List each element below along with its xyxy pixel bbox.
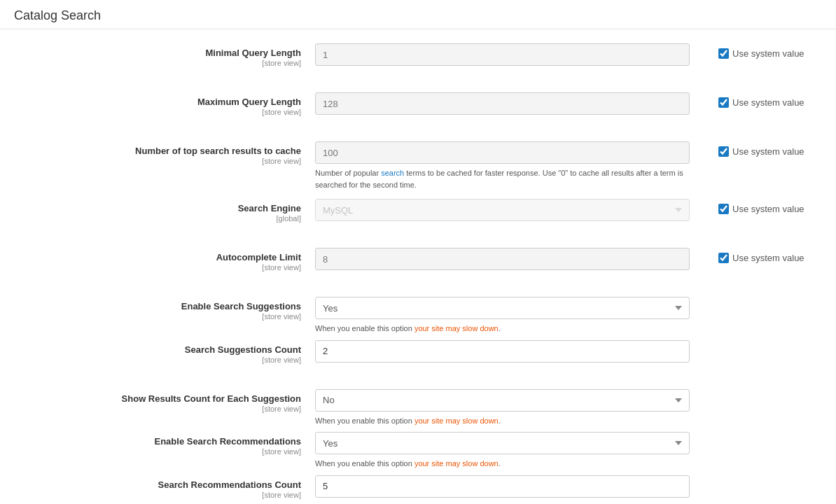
row-top-results-cache: Number of top search results to cache [s… <box>14 141 822 190</box>
use-system-value-minimal: Use system value <box>710 43 822 59</box>
row-search-recommendations-count: Search Recommendations Count [store view… <box>14 475 822 505</box>
use-system-value-top-results: Use system value <box>710 141 822 157</box>
row-enable-search-suggestions: Enable Search Suggestions [store view] Y… <box>14 297 822 335</box>
label-enable-search-suggestions: Enable Search Suggestions [store view] <box>14 297 315 321</box>
label-autocomplete-limit: Autocomplete Limit [store view] <box>14 248 315 272</box>
note-enable-search-recommendations: When you enable this option your site ma… <box>315 458 690 470</box>
no-system-value-suggestions-count <box>710 340 822 344</box>
field-enable-search-recommendations: Yes No When you enable this option your … <box>315 432 710 470</box>
use-system-value-autocomplete-label[interactable]: Use system value <box>732 253 804 263</box>
use-system-value-autocomplete-checkbox[interactable] <box>718 253 729 263</box>
top-results-cache-input[interactable] <box>315 141 690 164</box>
use-system-value-search-engine: Use system value <box>710 199 822 214</box>
use-system-value-top-results-checkbox[interactable] <box>718 146 729 157</box>
field-search-suggestions-count <box>315 340 710 363</box>
maximum-query-length-input[interactable] <box>315 92 690 115</box>
field-top-results-cache: Number of popular search terms to be cac… <box>315 141 710 190</box>
no-system-value-recommendations-count <box>710 475 822 479</box>
search-engine-select[interactable]: MySQL <box>315 199 690 221</box>
show-results-count-suggestion-select[interactable]: No Yes <box>315 389 690 412</box>
no-system-value-suggestions <box>710 297 822 301</box>
label-search-engine: Search Engine [global] <box>14 199 315 223</box>
row-search-suggestions-count: Search Suggestions Count [store view] <box>14 340 822 377</box>
minimal-query-length-input[interactable] <box>315 43 690 66</box>
page-header: Catalog Search <box>0 0 836 29</box>
label-search-recommendations-count: Search Recommendations Count [store view… <box>14 475 315 499</box>
row-enable-search-recommendations: Enable Search Recommendations [store vie… <box>14 432 822 470</box>
label-top-results-cache: Number of top search results to cache [s… <box>14 141 315 165</box>
label-show-results-count-suggestion: Show Results Count for Each Suggestion [… <box>14 389 315 413</box>
use-system-value-maximum-checkbox[interactable] <box>718 97 729 108</box>
no-system-value-recommendations <box>710 432 822 436</box>
use-system-value-autocomplete: Use system value <box>710 248 822 263</box>
enable-search-recommendations-select[interactable]: Yes No <box>315 432 690 454</box>
row-show-results-count-suggestion: Show Results Count for Each Suggestion [… <box>14 389 822 427</box>
field-show-results-count-suggestion: No Yes When you enable this option your … <box>315 389 710 427</box>
field-minimal-query-length <box>315 43 710 66</box>
use-system-value-minimal-checkbox[interactable] <box>718 48 729 59</box>
use-system-value-minimal-label[interactable]: Use system value <box>732 48 804 59</box>
note-show-results-count-suggestion: When you enable this option your site ma… <box>315 415 690 427</box>
row-minimal-query-length: Minimal Query Length [store view] Use sy… <box>14 43 822 80</box>
use-system-value-search-engine-label[interactable]: Use system value <box>732 204 804 214</box>
field-enable-search-suggestions: Yes No When you enable this option your … <box>315 297 710 335</box>
field-autocomplete-limit <box>315 248 710 270</box>
row-search-engine: Search Engine [global] MySQL Use system … <box>14 199 822 235</box>
field-maximum-query-length <box>315 92 710 115</box>
row-maximum-query-length: Maximum Query Length [store view] Use sy… <box>14 92 822 129</box>
use-system-value-top-results-label[interactable]: Use system value <box>732 146 804 157</box>
field-search-recommendations-count <box>315 475 710 498</box>
use-system-value-maximum-label[interactable]: Use system value <box>732 97 804 108</box>
note-top-results-cache: Number of popular search terms to be cac… <box>315 167 690 190</box>
note-enable-search-suggestions: When you enable this option your site ma… <box>315 323 690 335</box>
page-title: Catalog Search <box>14 8 822 23</box>
field-search-engine: MySQL <box>315 199 710 221</box>
use-system-value-maximum: Use system value <box>710 92 822 108</box>
label-minimal-query-length: Minimal Query Length [store view] <box>14 43 315 67</box>
no-system-value-results-count-suggestion <box>710 389 822 393</box>
label-maximum-query-length: Maximum Query Length [store view] <box>14 92 315 116</box>
label-search-suggestions-count: Search Suggestions Count [store view] <box>14 340 315 364</box>
enable-search-suggestions-select[interactable]: Yes No <box>315 297 690 319</box>
search-recommendations-count-input[interactable] <box>315 475 690 498</box>
use-system-value-search-engine-checkbox[interactable] <box>718 204 729 214</box>
label-enable-search-recommendations: Enable Search Recommendations [store vie… <box>14 432 315 456</box>
search-suggestions-count-input[interactable] <box>315 340 690 363</box>
form-container: Minimal Query Length [store view] Use sy… <box>0 29 836 504</box>
autocomplete-limit-input[interactable] <box>315 248 690 270</box>
row-autocomplete-limit: Autocomplete Limit [store view] Use syst… <box>14 248 822 284</box>
